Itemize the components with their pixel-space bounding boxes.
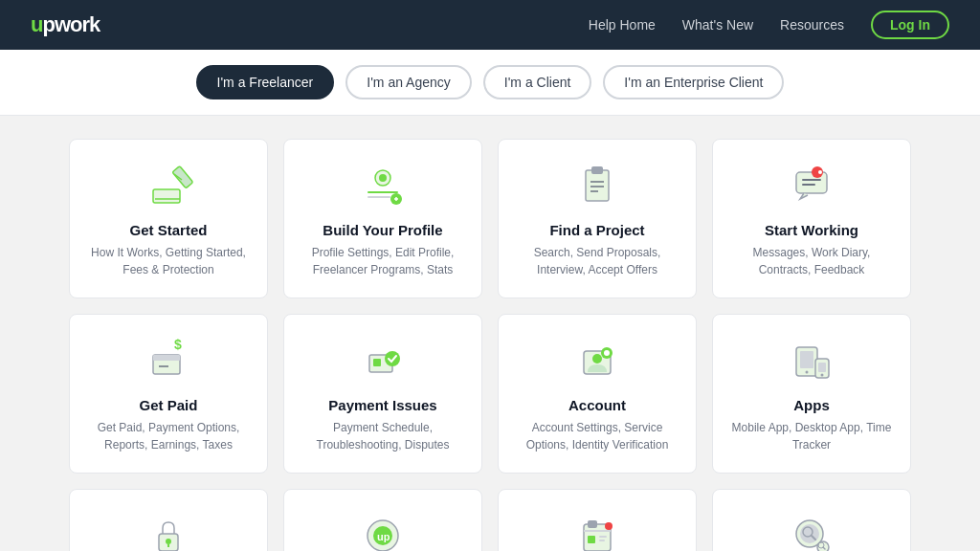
login-button[interactable]: Log In [871, 11, 949, 39]
card-apps[interactable]: Apps Mobile App, Desktop App, Time Track… [712, 314, 911, 474]
profile-icon [360, 163, 406, 209]
card-start-working-desc: Messages, Work Diary, Contracts, Feedbac… [728, 244, 895, 278]
svg-rect-11 [591, 166, 603, 174]
svg-rect-5 [368, 191, 398, 193]
nav-help-home[interactable]: Help Home [589, 17, 656, 33]
tabs-container: I'm a Freelancer I'm an Agency I'm a Cli… [0, 50, 980, 116]
lock-icon [145, 513, 191, 551]
card-start-working-title: Start Working [728, 222, 895, 238]
logo: upwork [31, 12, 100, 37]
search-circle-icon [789, 513, 835, 551]
card-get-paid[interactable]: $ Get Paid Get Paid, Payment Options, Re… [69, 314, 268, 474]
svg-point-36 [821, 374, 824, 377]
card-get-paid-title: Get Paid [85, 397, 252, 413]
card-whats-new[interactable]: What's New Announcement of new features,… [712, 489, 911, 551]
card-get-started[interactable]: Get Started How It Works, Getting Starte… [69, 139, 268, 298]
clipboard-icon [574, 163, 620, 209]
svg-rect-21 [153, 355, 180, 361]
pencil-icon [145, 163, 191, 209]
header-nav: Help Home What's New Resources Log In [589, 11, 949, 39]
payment-icon [360, 338, 406, 384]
svg-point-49 [605, 522, 612, 530]
card-payment-issues-desc: Payment Schedule, Troubleshooting, Dispu… [300, 419, 466, 453]
cards-grid: Get Started How It Works, Getting Starte… [31, 116, 949, 551]
svg-point-30 [604, 350, 610, 356]
catalog-icon [574, 513, 620, 551]
tab-agency[interactable]: I'm an Agency [345, 65, 472, 99]
dollar-icon: $ [145, 338, 191, 384]
card-find-project-title: Find a Project [514, 222, 680, 238]
chat-icon [789, 163, 835, 209]
card-project-catalog[interactable]: Project Catalog Pre-packaged projects on… [498, 489, 697, 551]
svg-rect-18 [802, 184, 815, 186]
tab-enterprise[interactable]: I'm an Enterprise Client [603, 65, 784, 99]
svg-text:$: $ [174, 337, 182, 352]
svg-text:up: up [377, 531, 390, 542]
card-build-profile-title: Build Your Profile [300, 222, 466, 238]
api-icon: up [360, 513, 406, 551]
card-apps-title: Apps [728, 397, 895, 413]
svg-point-28 [592, 354, 602, 364]
card-account-title: Account [514, 397, 680, 413]
card-find-project[interactable]: Find a Project Search, Send Proposals, I… [498, 139, 697, 298]
card-upwork-api[interactable]: up Upwork API Development Resources [283, 489, 482, 551]
svg-rect-25 [373, 359, 381, 366]
card-find-project-desc: Search, Send Proposals, Interview, Accep… [514, 244, 680, 278]
card-account[interactable]: Account Account Settings, Service Option… [498, 314, 697, 474]
svg-rect-10 [586, 170, 609, 201]
svg-rect-35 [818, 363, 826, 372]
svg-rect-46 [588, 536, 595, 543]
account-icon [574, 338, 620, 384]
mobile-icon [789, 338, 835, 384]
nav-resources[interactable]: Resources [780, 17, 844, 33]
card-get-started-desc: How It Works, Getting Started, Fees & Pr… [85, 244, 252, 278]
svg-point-33 [806, 371, 809, 374]
card-build-profile-desc: Profile Settings, Edit Profile, Freelanc… [300, 244, 466, 278]
tab-freelancer[interactable]: I'm a Freelancer [196, 65, 335, 99]
svg-rect-6 [368, 196, 390, 198]
card-account-desc: Account Settings, Service Options, Ident… [514, 419, 680, 453]
tab-client[interactable]: I'm a Client [483, 65, 592, 99]
svg-rect-0 [153, 189, 180, 203]
svg-point-19 [818, 170, 822, 174]
card-start-working[interactable]: Start Working Messages, Work Diary, Cont… [712, 139, 911, 298]
card-payment-issues[interactable]: Payment Issues Payment Schedule, Trouble… [283, 314, 482, 474]
svg-rect-48 [599, 540, 605, 541]
svg-rect-44 [588, 520, 597, 528]
card-payment-issues-title: Payment Issues [300, 397, 466, 413]
svg-rect-47 [599, 536, 607, 538]
card-get-paid-desc: Get Paid, Payment Options, Reports, Earn… [85, 419, 252, 453]
svg-rect-17 [802, 179, 821, 181]
svg-rect-32 [800, 351, 813, 368]
svg-rect-45 [584, 530, 611, 532]
header: upwork Help Home What's New Resources Lo… [0, 0, 980, 50]
svg-point-26 [385, 351, 400, 366]
svg-rect-1 [172, 166, 193, 188]
nav-whats-new[interactable]: What's New [682, 17, 753, 33]
card-get-started-title: Get Started [85, 222, 252, 238]
svg-point-4 [379, 174, 387, 182]
card-apps-desc: Mobile App, Desktop App, Time Tracker [728, 419, 895, 453]
card-trust-safety[interactable]: Trust & Safety Terms of Service, Online … [69, 489, 268, 551]
svg-rect-15 [796, 172, 827, 193]
card-build-profile[interactable]: Build Your Profile Profile Settings, Edi… [283, 139, 482, 298]
svg-point-38 [166, 539, 171, 544]
